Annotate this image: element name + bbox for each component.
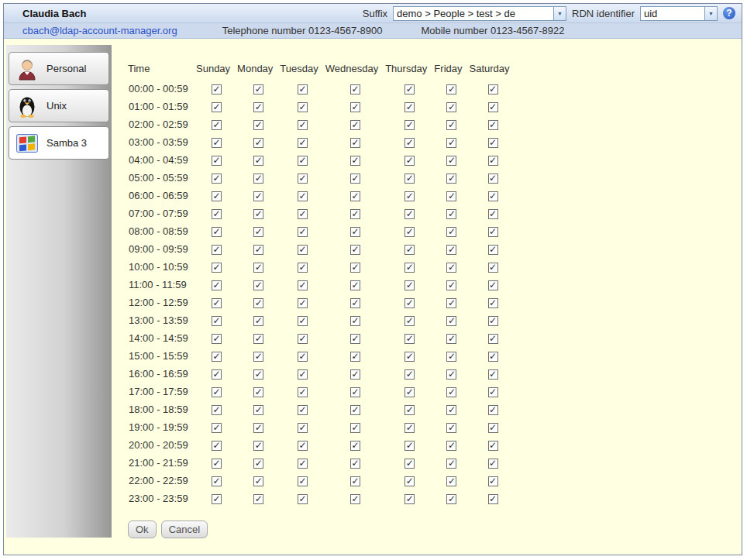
day-checkbox[interactable] [404,334,415,344]
day-checkbox[interactable] [212,494,222,504]
day-checkbox[interactable] [446,191,456,201]
day-checkbox[interactable] [446,156,456,166]
day-checkbox[interactable] [350,138,360,148]
day-checkbox[interactable] [404,102,415,112]
day-checkbox[interactable] [404,298,415,308]
day-checkbox[interactable] [488,459,498,469]
sidebar-item-samba3[interactable]: Samba 3 [9,126,109,160]
day-checkbox[interactable] [446,459,456,469]
day-checkbox[interactable] [488,423,498,433]
day-checkbox[interactable] [212,405,222,415]
day-checkbox[interactable] [446,227,456,237]
day-checkbox[interactable] [350,227,360,237]
day-checkbox[interactable] [446,245,456,255]
day-checkbox[interactable] [404,227,415,237]
day-checkbox[interactable] [488,352,498,362]
day-checkbox[interactable] [446,387,456,397]
day-checkbox[interactable] [488,476,498,486]
day-checkbox[interactable] [404,423,415,433]
day-checkbox[interactable] [350,459,360,469]
day-checkbox[interactable] [298,138,308,148]
day-checkbox[interactable] [404,369,415,380]
day-checkbox[interactable] [488,245,498,255]
day-checkbox[interactable] [212,245,222,255]
ok-button[interactable]: Ok [128,520,157,538]
day-checkbox[interactable] [298,494,308,504]
day-checkbox[interactable] [298,476,308,486]
day-checkbox[interactable] [212,173,222,184]
day-checkbox[interactable] [253,441,263,451]
day-checkbox[interactable] [404,138,415,148]
day-checkbox[interactable] [253,316,263,326]
sidebar-item-personal[interactable]: Personal [9,52,109,85]
day-checkbox[interactable] [212,459,222,469]
day-checkbox[interactable] [298,102,308,112]
day-checkbox[interactable] [446,352,456,362]
day-checkbox[interactable] [488,209,498,219]
day-checkbox[interactable] [298,369,308,380]
day-checkbox[interactable] [298,387,308,397]
day-checkbox[interactable] [298,316,308,326]
day-checkbox[interactable] [350,423,360,433]
day-checkbox[interactable] [298,191,308,201]
day-checkbox[interactable] [446,423,456,433]
day-checkbox[interactable] [212,191,222,201]
day-checkbox[interactable] [350,405,360,415]
day-checkbox[interactable] [212,423,222,433]
day-checkbox[interactable] [350,352,360,362]
day-checkbox[interactable] [350,387,360,397]
day-checkbox[interactable] [298,334,308,344]
day-checkbox[interactable] [350,263,360,273]
day-checkbox[interactable] [298,405,308,415]
day-checkbox[interactable] [446,138,456,148]
day-checkbox[interactable] [446,316,456,326]
day-checkbox[interactable] [488,138,498,148]
cancel-button[interactable]: Cancel [161,520,208,538]
day-checkbox[interactable] [404,120,415,130]
day-checkbox[interactable] [298,459,308,469]
day-checkbox[interactable] [350,494,360,504]
day-checkbox[interactable] [298,84,308,94]
day-checkbox[interactable] [253,138,263,148]
day-checkbox[interactable] [212,369,222,380]
day-checkbox[interactable] [212,209,222,219]
day-checkbox[interactable] [488,334,498,344]
day-checkbox[interactable] [350,476,360,486]
day-checkbox[interactable] [350,102,360,112]
day-checkbox[interactable] [298,227,308,237]
email-link[interactable]: cbach@ldap-account-manager.org [22,25,177,36]
day-checkbox[interactable] [253,227,263,237]
day-checkbox[interactable] [446,209,456,219]
day-checkbox[interactable] [350,441,360,451]
day-checkbox[interactable] [446,280,456,290]
help-icon[interactable]: ? [723,7,735,19]
day-checkbox[interactable] [212,334,222,344]
day-checkbox[interactable] [350,173,360,184]
day-checkbox[interactable] [212,280,222,290]
day-checkbox[interactable] [253,156,263,166]
day-checkbox[interactable] [253,494,263,504]
day-checkbox[interactable] [404,263,415,273]
day-checkbox[interactable] [488,441,498,451]
day-checkbox[interactable] [446,84,456,94]
day-checkbox[interactable] [253,423,263,433]
day-checkbox[interactable] [488,298,498,308]
day-checkbox[interactable] [404,405,415,415]
day-checkbox[interactable] [298,352,308,362]
day-checkbox[interactable] [488,156,498,166]
day-checkbox[interactable] [212,156,222,166]
day-checkbox[interactable] [212,316,222,326]
day-checkbox[interactable] [446,494,456,504]
day-checkbox[interactable] [404,209,415,219]
day-checkbox[interactable] [488,280,498,290]
day-checkbox[interactable] [253,263,263,273]
day-checkbox[interactable] [253,459,263,469]
day-checkbox[interactable] [212,352,222,362]
day-checkbox[interactable] [298,298,308,308]
day-checkbox[interactable] [298,280,308,290]
day-checkbox[interactable] [446,263,456,273]
day-checkbox[interactable] [212,227,222,237]
day-checkbox[interactable] [446,102,456,112]
day-checkbox[interactable] [253,84,263,94]
day-checkbox[interactable] [488,84,498,94]
